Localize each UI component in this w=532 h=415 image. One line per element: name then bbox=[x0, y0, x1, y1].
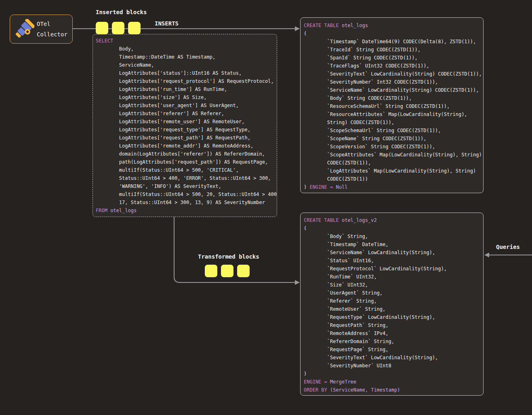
code-line: `Referer` String, bbox=[304, 297, 483, 305]
code-line: `RemoteUser` String, bbox=[304, 305, 483, 313]
select-query-panel: SELECT Body, Timestamp::DateTime AS Time… bbox=[93, 34, 277, 217]
code-line: `ResourceAttributes` Map(LowCardinality(… bbox=[304, 110, 483, 118]
code-line: CODEC(ZSTD(1)) bbox=[304, 175, 483, 183]
code-line: `SeverityNumber` Int32 CODEC(ZSTD(1)), bbox=[304, 78, 483, 86]
code-line: `SpanId` String CODEC(ZSTD(1)), bbox=[304, 54, 483, 62]
code-line: `Status` UInt16, bbox=[304, 257, 483, 265]
code-line: `RequestProtocol` LowCardinality(String)… bbox=[304, 265, 483, 273]
code-line: `ScopeVersion` String CODEC(ZSTD(1)), bbox=[304, 143, 483, 151]
code-line: `Body` String, bbox=[304, 232, 483, 240]
code-line: ( bbox=[304, 224, 483, 232]
transform-arrow-line bbox=[174, 217, 295, 282]
inserts-arrowhead bbox=[295, 26, 300, 31]
code-line: `ScopeAttributes` Map(LowCardinality(Str… bbox=[304, 151, 483, 159]
code-line: `RequestPath` String, bbox=[304, 321, 483, 329]
code-line: ServiceName, bbox=[96, 61, 277, 69]
code-line: `RequestType` LowCardinality(String), bbox=[304, 313, 483, 321]
code-line: LogAttributes['user_agent'] AS UserAgent… bbox=[96, 101, 277, 110]
transform-arrowhead bbox=[295, 280, 300, 285]
transformed-block bbox=[237, 265, 250, 277]
code-line: `UserAgent` String, bbox=[304, 289, 483, 297]
transformed-block bbox=[205, 265, 217, 277]
code-line: `LogAttributes` Map(LowCardinality(Strin… bbox=[304, 167, 483, 175]
code-line: LogAttributes['run_time'] AS RunTime, bbox=[96, 85, 277, 93]
code-line: `SeverityText` LowCardinality(String), bbox=[304, 354, 483, 362]
code-line: LogAttributes['remote_user'] AS RemoteUs… bbox=[96, 118, 277, 126]
code-line: CODEC(ZSTD(1)), bbox=[304, 159, 483, 167]
code-line: SELECT bbox=[96, 37, 277, 45]
code-line: `SeverityNumber` UInt8 bbox=[304, 362, 483, 370]
code-line: `ScopeName` String CODEC(ZSTD(1)), bbox=[304, 135, 483, 143]
code-line: domain(LogAttributes['referer']) AS Refe… bbox=[96, 150, 277, 158]
code-line: LogAttributes['size'] AS Size, bbox=[96, 93, 277, 101]
code-line: LogAttributes['request_path'] AS Request… bbox=[96, 134, 277, 142]
code-line: Timestamp::DateTime AS Timestamp, bbox=[96, 53, 277, 61]
code-line: String) CODEC(ZSTD(1)), bbox=[304, 118, 483, 126]
code-line: 17, Status::UInt64 > 300, 13, 9) AS Seve… bbox=[96, 198, 277, 206]
code-line: CREATE TABLE otel_logs_v2 bbox=[304, 216, 483, 224]
otel-collector-title-line1: OTel bbox=[37, 19, 67, 29]
diagram-canvas: OTel Collector Inserted blocks INSERTS T… bbox=[0, 0, 532, 415]
code-line: LogAttributes['remote_addr'] AS RemoteAd… bbox=[96, 142, 277, 150]
code-line: LogAttributes['referer'] AS Referer, bbox=[96, 110, 277, 118]
code-line: `ResourceSchemaUrl` String CODEC(ZSTD(1)… bbox=[304, 102, 483, 110]
queries-arrowhead bbox=[484, 253, 489, 257]
code-line: `ServiceName` LowCardinality(String) COD… bbox=[304, 86, 483, 94]
code-line: `TraceId` String CODEC(ZSTD(1)), bbox=[304, 46, 483, 54]
code-line: `RequestPage` String, bbox=[304, 345, 483, 354]
code-line: `ScopeSchemaUrl` String CODEC(ZSTD(1)), bbox=[304, 126, 483, 135]
code-line: `SeverityText` LowCardinality(String) CO… bbox=[304, 70, 483, 78]
code-line: ORDER BY (ServiceName, Timestamp) bbox=[304, 386, 483, 394]
code-line: `RunTime` UInt32, bbox=[304, 273, 483, 281]
code-line: path(LogAttributes['request_path']) AS R… bbox=[96, 158, 277, 166]
code-line: FROM otel_logs bbox=[96, 206, 277, 215]
code-line: `ServiceName` LowCardinality(String), bbox=[304, 249, 483, 257]
code-line: `Body` String CODEC(ZSTD(1)), bbox=[304, 94, 483, 102]
code-line: `TraceFlags` UInt32 CODEC(ZSTD(1)), bbox=[304, 62, 483, 70]
otel-collector-title-line2: Collector bbox=[37, 29, 67, 40]
code-line: ) bbox=[304, 370, 483, 378]
transformed-blocks-label: Transformed blocks bbox=[198, 253, 259, 260]
inserted-blocks-label: Inserted blocks bbox=[96, 9, 147, 15]
otel-collector-node: OTel Collector bbox=[10, 15, 73, 44]
code-line: Body, bbox=[96, 45, 277, 53]
code-line: multiIf(Status::UInt64 > 500, 'CRITICAL'… bbox=[96, 166, 277, 174]
code-line: `Timestamp` DateTime, bbox=[304, 240, 483, 249]
code-line: `Size` UInt32, bbox=[304, 281, 483, 289]
inserted-block bbox=[112, 22, 124, 34]
create-table-otel-logs-panel: CREATE TABLE otel_logs( `Timestamp` Date… bbox=[300, 17, 484, 193]
code-line: LogAttributes['request_type'] AS Request… bbox=[96, 126, 277, 134]
transformed-block bbox=[221, 265, 233, 277]
inserted-block bbox=[96, 22, 108, 34]
code-line: `RemoteAddress` IPv4, bbox=[304, 329, 483, 337]
queries-label: Queries bbox=[496, 244, 520, 250]
code-line: ) ENGINE = Null bbox=[304, 183, 483, 191]
inserted-block bbox=[128, 22, 141, 34]
inserts-label: INSERTS bbox=[155, 20, 179, 27]
code-line: ENGINE = MergeTree bbox=[304, 378, 483, 386]
code-line: `RefererDomain` String, bbox=[304, 337, 483, 345]
code-line: LogAttributes['status']::UInt16 AS Statu… bbox=[96, 69, 277, 77]
code-line: Status::UInt64 > 400, 'ERROR', Status::U… bbox=[96, 174, 277, 182]
telescope-icon bbox=[14, 19, 34, 39]
code-line: 'WARNING', 'INFO') AS SeverityText, bbox=[96, 182, 277, 190]
code-line: `Timestamp` DateTime64(9) CODEC(Delta(8)… bbox=[304, 38, 483, 46]
code-line: CREATE TABLE otel_logs bbox=[304, 21, 483, 29]
code-line: ( bbox=[304, 29, 483, 38]
create-table-otel-logs-v2-panel: CREATE TABLE otel_logs_v2( `Body` String… bbox=[300, 213, 484, 396]
code-line: LogAttributes['request_protocol'] AS Req… bbox=[96, 77, 277, 85]
code-line: multiIf(Status::UInt64 > 500, 20, Status… bbox=[96, 190, 277, 198]
